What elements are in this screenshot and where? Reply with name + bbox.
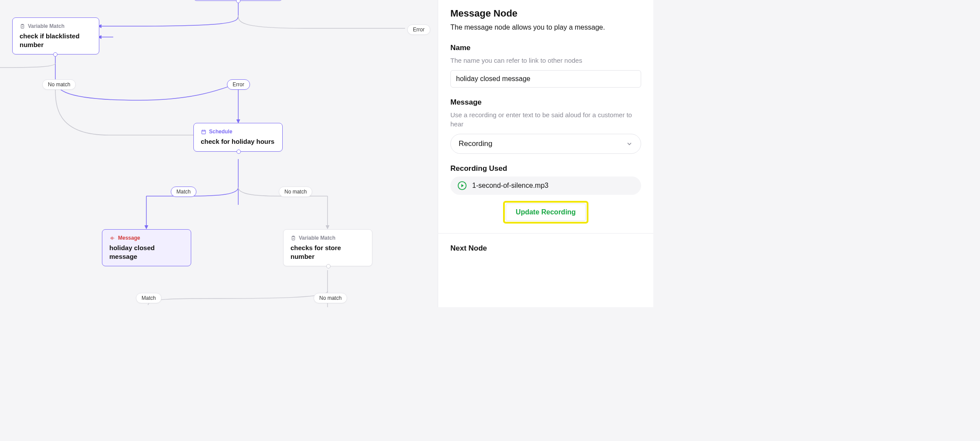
node-type-text: Variable Match bbox=[28, 23, 64, 29]
edge-label-no-match[interactable]: No match bbox=[42, 79, 76, 90]
recording-filename: 1-second-of-silence.mp3 bbox=[472, 182, 548, 190]
node-title: check for holiday hours bbox=[201, 137, 275, 146]
node-port[interactable] bbox=[237, 149, 241, 154]
message-type-select[interactable]: Recording bbox=[450, 134, 641, 154]
node-type-label: Variable Match bbox=[291, 235, 365, 241]
node-type-label: Schedule bbox=[201, 129, 275, 135]
play-icon[interactable] bbox=[457, 181, 467, 190]
audio-wave-icon bbox=[109, 235, 115, 241]
message-hint: Use a recording or enter text to be said… bbox=[450, 110, 641, 129]
update-recording-button[interactable]: Update Recording bbox=[506, 204, 586, 221]
svg-rect-1 bbox=[202, 130, 206, 134]
next-node-label: Next Node bbox=[450, 244, 641, 253]
edge-label-error[interactable]: Error bbox=[407, 24, 430, 35]
node-title: holiday closed message bbox=[109, 244, 184, 261]
update-recording-highlight: Update Recording bbox=[503, 201, 588, 224]
chevron-down-icon bbox=[626, 140, 633, 147]
clipboard-check-icon bbox=[20, 24, 25, 29]
node-type-text: Schedule bbox=[209, 129, 232, 135]
recording-used-label: Recording Used bbox=[450, 164, 641, 173]
node-port[interactable] bbox=[53, 52, 57, 57]
node-port[interactable] bbox=[326, 264, 331, 268]
node-title: checks for store number bbox=[291, 244, 365, 261]
node-type-label: Variable Match bbox=[20, 23, 92, 29]
edge-label-match[interactable]: Match bbox=[171, 187, 196, 197]
node-checks-store-number[interactable]: Variable Match checks for store number bbox=[283, 229, 372, 266]
flow-canvas[interactable]: Variable Match check if blacklisted numb… bbox=[0, 0, 438, 307]
name-input[interactable] bbox=[450, 70, 641, 88]
recording-row: 1-second-of-silence.mp3 bbox=[450, 176, 641, 195]
node-check-holiday-hours[interactable]: Schedule check for holiday hours bbox=[193, 123, 283, 152]
node-check-blacklisted[interactable]: Variable Match check if blacklisted numb… bbox=[12, 17, 99, 54]
node-type-text: Message bbox=[118, 235, 140, 241]
name-label: Name bbox=[450, 44, 641, 52]
node-holiday-closed-message[interactable]: Message holiday closed message bbox=[102, 229, 191, 266]
panel-subtitle: The message node allows you to play a me… bbox=[450, 24, 641, 31]
panel-title: Message Node bbox=[450, 8, 641, 19]
node-port[interactable] bbox=[236, 0, 240, 3]
calendar-icon bbox=[201, 129, 206, 135]
name-hint: The name you can refer to link to other … bbox=[450, 56, 641, 65]
message-label: Message bbox=[450, 98, 641, 107]
properties-panel: Message Node The message node allows you… bbox=[438, 0, 653, 307]
edge-label-no-match[interactable]: No match bbox=[314, 293, 347, 303]
edge-label-no-match[interactable]: No match bbox=[279, 187, 312, 197]
node-type-text: Variable Match bbox=[299, 235, 335, 241]
edge-label-error[interactable]: Error bbox=[227, 79, 250, 90]
panel-divider bbox=[438, 233, 653, 234]
node-type-label: Message bbox=[109, 235, 184, 241]
clipboard-check-icon bbox=[291, 235, 296, 241]
node-title: check if blacklisted number bbox=[20, 32, 92, 49]
select-value: Recording bbox=[459, 139, 493, 148]
edge-label-match[interactable]: Match bbox=[136, 293, 162, 303]
